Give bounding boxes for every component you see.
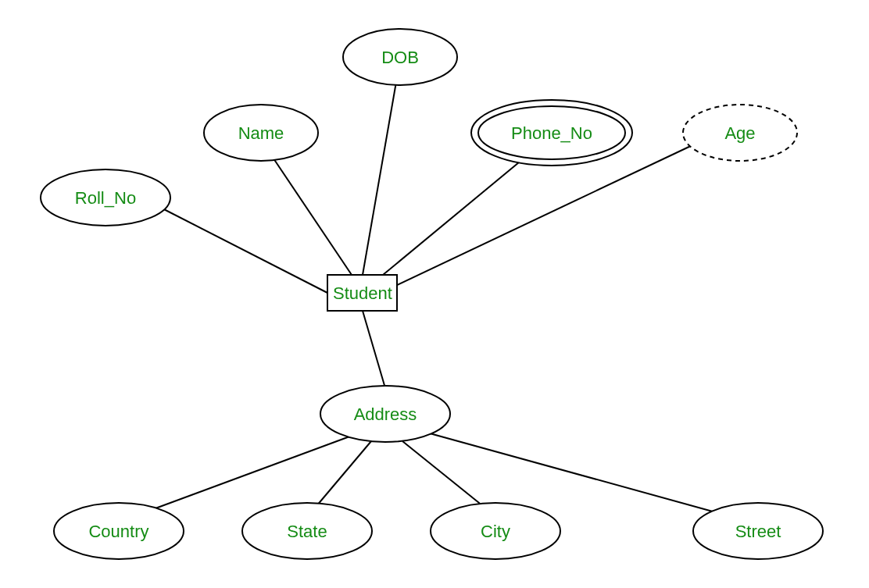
attribute-rollno-label: Roll_No: [75, 188, 136, 208]
er-diagram: Student DOB Name Phone_No Age Roll_No Ad…: [0, 0, 869, 588]
entity-student-label: Student: [333, 283, 392, 303]
attribute-phoneno-label: Phone_No: [511, 123, 592, 143]
edge-student-phoneno: [383, 159, 524, 275]
attribute-age-label: Age: [724, 123, 755, 143]
attribute-dob-label: DOB: [381, 48, 419, 67]
edge-student-rollno: [156, 205, 327, 293]
edge-student-dob: [363, 82, 396, 275]
attribute-name-label: Name: [238, 123, 284, 143]
edge-address-state: [316, 441, 371, 506]
edge-address-city: [402, 441, 483, 506]
edge-address-street: [430, 433, 727, 515]
edge-student-name: [272, 156, 352, 275]
attribute-city-label: City: [481, 522, 510, 541]
edge-student-address: [363, 311, 385, 388]
attribute-state-label: State: [287, 522, 327, 541]
attribute-street-label: Street: [735, 522, 781, 541]
attribute-country-label: Country: [88, 522, 148, 541]
attribute-address-label: Address: [354, 404, 417, 424]
